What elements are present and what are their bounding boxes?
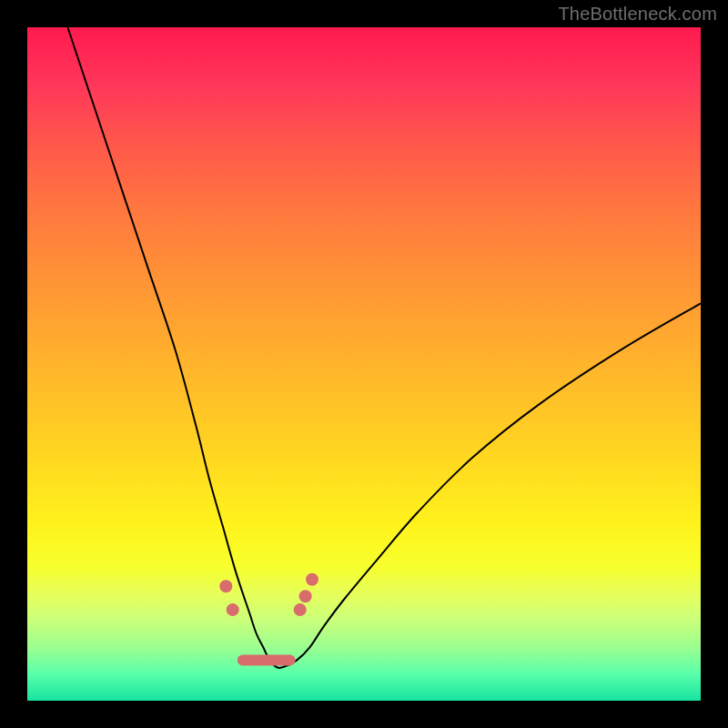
curve-dot <box>227 603 239 616</box>
watermark-text: TheBottleneck.com <box>558 4 717 25</box>
chart-frame: TheBottleneck.com <box>0 0 728 728</box>
dot-group <box>219 573 318 616</box>
curve-dot <box>294 603 307 616</box>
curve-dot <box>219 580 232 592</box>
bottleneck-curve <box>27 27 701 701</box>
curve-dot <box>299 590 312 602</box>
curve-path <box>67 27 701 668</box>
curve-dot <box>306 573 318 586</box>
plot-area <box>27 27 701 701</box>
